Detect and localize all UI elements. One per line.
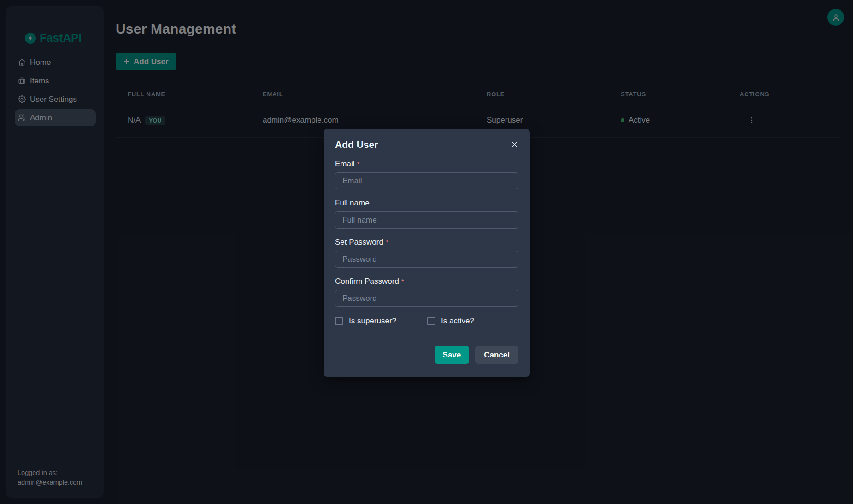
required-asterisk: * (401, 277, 404, 285)
modal-footer: Save Cancel (324, 346, 530, 364)
confirm-password-label: Confirm Password * (335, 277, 518, 286)
confirm-password-field[interactable] (335, 290, 518, 307)
set-password-field[interactable] (335, 251, 518, 268)
save-button[interactable]: Save (435, 346, 470, 364)
is-superuser-checkbox[interactable]: Is superuser? (335, 316, 427, 326)
checkbox-icon (335, 317, 343, 325)
is-active-checkbox[interactable]: Is active? (427, 316, 474, 326)
required-asterisk: * (386, 238, 388, 246)
required-asterisk: * (357, 160, 360, 168)
modal-body: Email * Full name Set Password * Confirm… (324, 159, 530, 326)
modal-title: Add User (335, 139, 518, 150)
modal-header: Add User (324, 129, 530, 150)
checkbox-row: Is superuser? Is active? (335, 316, 518, 326)
email-label: Email * (335, 159, 518, 169)
set-password-label: Set Password * (335, 238, 518, 247)
full-name-label: Full name (335, 199, 518, 208)
checkbox-icon (427, 317, 435, 325)
add-user-modal: Add User Email * Full name Set Password … (324, 129, 530, 377)
cancel-button[interactable]: Cancel (475, 346, 518, 364)
email-field[interactable] (335, 172, 518, 189)
full-name-field[interactable] (335, 211, 518, 229)
close-icon[interactable] (508, 138, 520, 150)
